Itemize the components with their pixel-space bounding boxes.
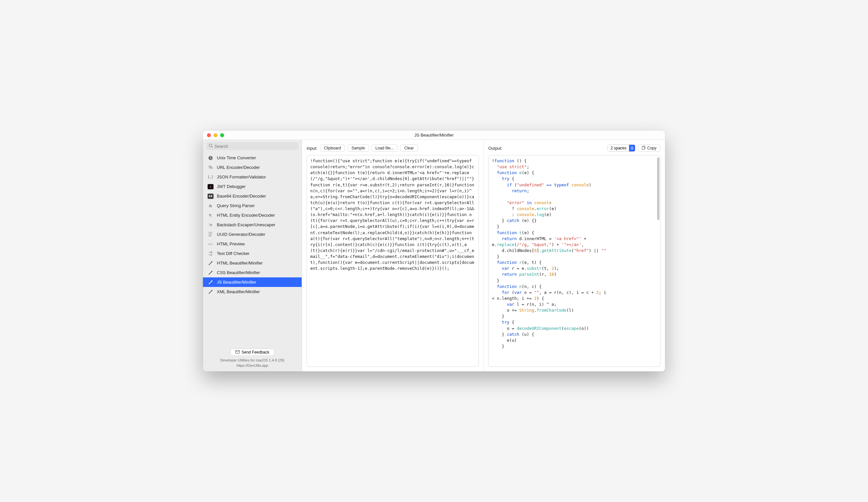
sidebar-item-label: CSS Beautifier/Minifier [217, 270, 260, 275]
close-window-button[interactable] [207, 133, 211, 137]
sidebar-item-uuid-generator-decoder[interactable]: UUIDUUID Generator/Decoder [203, 230, 302, 239]
output-code: !function () { "use strict"; function e(… [489, 155, 660, 352]
sidebar-item-unix-time-converter[interactable]: Unix Time Converter [203, 153, 302, 163]
app-window: JS Beautifier/Minifier Unix Time Convert… [203, 130, 665, 372]
jwt-icon: ✦ [208, 184, 214, 190]
sidebar-item-label: JSON Formatter/Validator [217, 175, 266, 179]
load-file-button[interactable]: Load file... [372, 145, 398, 152]
sidebar-item-label: JS Beautifier/Minifier [217, 280, 256, 285]
sidebar-item-js-beautifier-minifier[interactable]: JS Beautifier/Minifier [203, 278, 302, 287]
output-toolbar: Output: 2 spaces Copy [488, 143, 661, 153]
mail-icon [235, 350, 240, 355]
titlebar: JS Beautifier/Minifier [203, 130, 665, 140]
code-icon: </> [208, 241, 214, 247]
sidebar-item-label: Base64 Encoder/Decoder [217, 194, 266, 199]
backslash-icon: \n [208, 222, 214, 228]
diff-icon: +ab-cd [208, 251, 214, 257]
clear-button[interactable]: Clear [400, 145, 418, 152]
sidebar-item-html-entity-encoder-decoder[interactable]: #;HTML Entity Encoder/Decoder [203, 210, 302, 220]
sidebar-item-label: Query String Parser [217, 203, 255, 208]
zoom-window-button[interactable] [220, 133, 224, 137]
sidebar-item-base64-encoder-decoder[interactable]: 64Base64 Encoder/Decoder [203, 191, 302, 201]
sidebar-item-label: URL Encoder/Decoder [217, 165, 260, 170]
sidebar-item-label: JWT Debugger [217, 184, 246, 189]
sidebar-item-label: Unix Time Converter [217, 155, 256, 160]
output-panel: Output: 2 spaces Copy [484, 140, 665, 372]
search-icon [209, 143, 213, 149]
input-label: Input: [307, 146, 318, 151]
output-scrollbar[interactable] [657, 157, 659, 220]
input-panel: Input: Clipboard Sample Load file... Cle… [302, 140, 484, 372]
hash-icon: #; [208, 212, 214, 218]
app-url-text: https://DevUtils.app [207, 363, 298, 368]
copy-button[interactable]: Copy [638, 145, 660, 152]
wand-icon [208, 270, 214, 276]
minimize-window-button[interactable] [214, 133, 217, 137]
sidebar-list: Unix Time Converter%URL Encoder/Decoder{… [203, 153, 302, 345]
sidebar-item-css-beautifier-minifier[interactable]: CSS Beautifier/Minifier [203, 268, 302, 278]
sidebar-item-query-string-parser[interactable]: &Query String Parser [203, 201, 302, 210]
search-field[interactable] [206, 142, 298, 150]
wand-icon [208, 279, 214, 285]
wand-icon [208, 260, 214, 266]
stepper-arrows-icon [629, 145, 635, 151]
copy-label: Copy [647, 146, 657, 150]
input-toolbar: Input: Clipboard Sample Load file... Cle… [307, 143, 479, 153]
sidebar-item-label: HTML Beautifier/Minifier [217, 261, 263, 265]
qs-icon: & [208, 203, 214, 209]
send-feedback-label: Send Feedback [241, 350, 269, 355]
sidebar-item-html-preview[interactable]: </>HTML Preview [203, 239, 302, 249]
sidebar-item-html-beautifier-minifier[interactable]: HTML Beautifier/Minifier [203, 258, 302, 268]
sidebar-item-label: Backslash Escaper/Unescaper [217, 222, 275, 227]
output-label: Output: [488, 146, 503, 151]
sidebar-item-label: HTML Preview [217, 241, 245, 247]
base64-icon: 64 [208, 193, 214, 199]
send-feedback-button[interactable]: Send Feedback [230, 349, 274, 356]
indent-select[interactable]: 2 spaces [608, 145, 635, 152]
sample-button[interactable]: Sample [348, 145, 369, 152]
sidebar-item-jwt-debugger[interactable]: ✦JWT Debugger [203, 182, 302, 191]
window-title: JS Beautifier/Minifier [203, 133, 665, 137]
sidebar-item-xml-beautifier-minifier[interactable]: XML Beautifier/Minifier [203, 287, 302, 296]
braces-icon: {,} [208, 174, 214, 180]
copy-icon [642, 146, 645, 151]
sidebar-item-label: UUID Generator/Decoder [217, 232, 265, 237]
sidebar-item-url-encoder-decoder[interactable]: %URL Encoder/Decoder [203, 163, 302, 172]
sidebar-footer: Send Feedback Developer Utilities for ma… [203, 345, 302, 372]
output-editor[interactable]: !function () { "use strict"; function e(… [488, 155, 661, 367]
sidebar: Unix Time Converter%URL Encoder/Decoder{… [203, 140, 302, 372]
main-content: Input: Clipboard Sample Load file... Cle… [302, 140, 665, 372]
traffic-lights [203, 133, 224, 137]
svg-line-1 [211, 146, 213, 147]
svg-rect-5 [642, 146, 644, 149]
search-input[interactable] [215, 144, 296, 149]
sidebar-item-label: Text Diff Checker [217, 251, 249, 256]
input-code[interactable]: !function(){"use strict";function e(e){t… [307, 155, 478, 274]
sidebar-item-label: XML Beautifier/Minifier [217, 289, 260, 294]
app-version-text: Developer Utilities for macOS 1.4.0 (29) [207, 358, 298, 363]
input-editor[interactable]: !function(){"use strict";function e(e){t… [307, 155, 479, 367]
clipboard-button[interactable]: Clipboard [320, 145, 345, 152]
clock-icon [208, 155, 214, 161]
sidebar-item-label: HTML Entity Encoder/Decoder [217, 213, 275, 218]
sidebar-item-json-formatter-validator[interactable]: {,}JSON Formatter/Validator [203, 172, 302, 182]
wand-icon [208, 289, 214, 295]
percent-icon: % [208, 165, 214, 170]
sidebar-item-text-diff-checker[interactable]: +ab-cdText Diff Checker [203, 249, 302, 258]
sidebar-item-backslash-escaper-unescaper[interactable]: \nBackslash Escaper/Unescaper [203, 220, 302, 230]
indent-select-value: 2 spaces [608, 145, 629, 151]
uuid-icon: UUID [208, 231, 214, 238]
